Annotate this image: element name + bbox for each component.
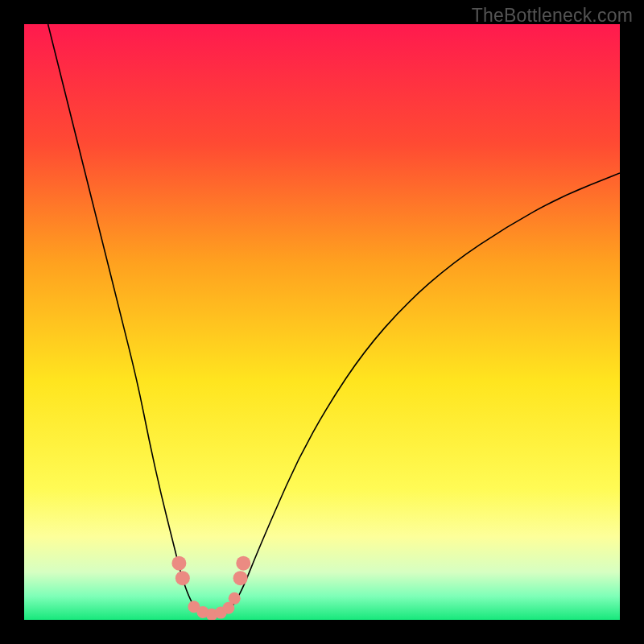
highlight-dot [236,556,250,571]
highlight-dot [233,571,248,585]
plot-area [24,24,620,620]
chart-frame: TheBottleneck.com [0,0,644,644]
highlight-dot [175,571,190,585]
highlight-dot [171,556,186,571]
gradient-background [24,24,620,620]
highlight-dot [229,592,241,605]
chart-svg [24,24,620,620]
watermark-text: TheBottleneck.com [472,5,633,27]
